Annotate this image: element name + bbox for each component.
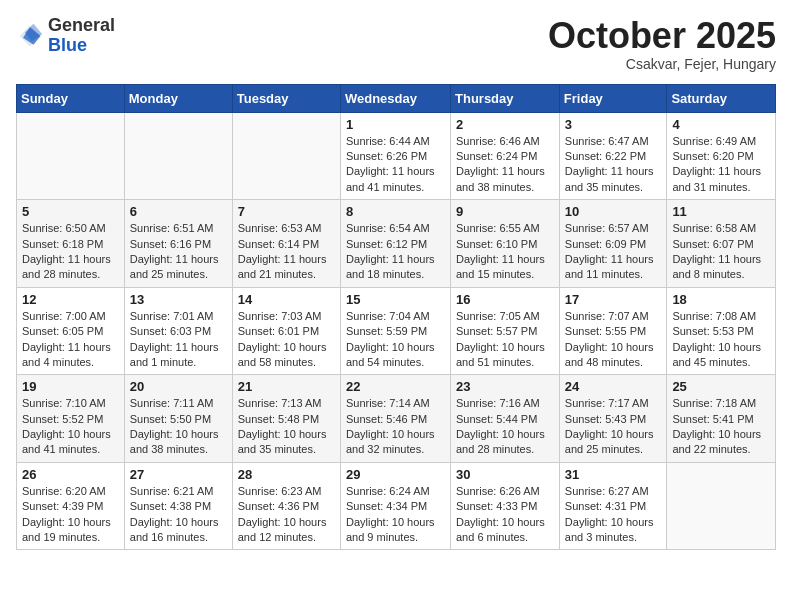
calendar-cell bbox=[232, 112, 340, 200]
calendar-cell: 22Sunrise: 7:14 AM Sunset: 5:46 PM Dayli… bbox=[340, 375, 450, 463]
day-number: 24 bbox=[565, 379, 662, 394]
day-info: Sunrise: 6:27 AM Sunset: 4:31 PM Dayligh… bbox=[565, 484, 662, 546]
day-info: Sunrise: 6:53 AM Sunset: 6:14 PM Dayligh… bbox=[238, 221, 335, 283]
calendar-cell: 17Sunrise: 7:07 AM Sunset: 5:55 PM Dayli… bbox=[559, 287, 667, 375]
day-info: Sunrise: 6:47 AM Sunset: 6:22 PM Dayligh… bbox=[565, 134, 662, 196]
day-info: Sunrise: 7:17 AM Sunset: 5:43 PM Dayligh… bbox=[565, 396, 662, 458]
calendar-cell: 29Sunrise: 6:24 AM Sunset: 4:34 PM Dayli… bbox=[340, 462, 450, 550]
day-info: Sunrise: 6:26 AM Sunset: 4:33 PM Dayligh… bbox=[456, 484, 554, 546]
weekday-header-thursday: Thursday bbox=[451, 84, 560, 112]
calendar-table: SundayMondayTuesdayWednesdayThursdayFrid… bbox=[16, 84, 776, 551]
day-info: Sunrise: 7:04 AM Sunset: 5:59 PM Dayligh… bbox=[346, 309, 445, 371]
logo: General Blue bbox=[16, 16, 115, 56]
day-info: Sunrise: 6:46 AM Sunset: 6:24 PM Dayligh… bbox=[456, 134, 554, 196]
weekday-header-tuesday: Tuesday bbox=[232, 84, 340, 112]
day-number: 28 bbox=[238, 467, 335, 482]
day-number: 6 bbox=[130, 204, 227, 219]
calendar-cell: 26Sunrise: 6:20 AM Sunset: 4:39 PM Dayli… bbox=[17, 462, 125, 550]
page-header: General Blue October 2025 Csakvar, Fejer… bbox=[16, 16, 776, 72]
day-number: 5 bbox=[22, 204, 119, 219]
calendar-cell bbox=[124, 112, 232, 200]
logo-icon bbox=[16, 22, 44, 50]
day-number: 20 bbox=[130, 379, 227, 394]
calendar-cell: 8Sunrise: 6:54 AM Sunset: 6:12 PM Daylig… bbox=[340, 200, 450, 288]
day-info: Sunrise: 7:05 AM Sunset: 5:57 PM Dayligh… bbox=[456, 309, 554, 371]
day-info: Sunrise: 7:08 AM Sunset: 5:53 PM Dayligh… bbox=[672, 309, 770, 371]
month-title: October 2025 bbox=[548, 16, 776, 56]
calendar-cell: 5Sunrise: 6:50 AM Sunset: 6:18 PM Daylig… bbox=[17, 200, 125, 288]
title-block: October 2025 Csakvar, Fejer, Hungary bbox=[548, 16, 776, 72]
weekday-header-sunday: Sunday bbox=[17, 84, 125, 112]
calendar-cell: 11Sunrise: 6:58 AM Sunset: 6:07 PM Dayli… bbox=[667, 200, 776, 288]
day-number: 7 bbox=[238, 204, 335, 219]
day-info: Sunrise: 6:23 AM Sunset: 4:36 PM Dayligh… bbox=[238, 484, 335, 546]
day-info: Sunrise: 6:20 AM Sunset: 4:39 PM Dayligh… bbox=[22, 484, 119, 546]
day-info: Sunrise: 6:51 AM Sunset: 6:16 PM Dayligh… bbox=[130, 221, 227, 283]
day-number: 11 bbox=[672, 204, 770, 219]
day-number: 17 bbox=[565, 292, 662, 307]
day-info: Sunrise: 6:58 AM Sunset: 6:07 PM Dayligh… bbox=[672, 221, 770, 283]
calendar-cell: 6Sunrise: 6:51 AM Sunset: 6:16 PM Daylig… bbox=[124, 200, 232, 288]
calendar-cell: 15Sunrise: 7:04 AM Sunset: 5:59 PM Dayli… bbox=[340, 287, 450, 375]
day-number: 8 bbox=[346, 204, 445, 219]
day-info: Sunrise: 7:18 AM Sunset: 5:41 PM Dayligh… bbox=[672, 396, 770, 458]
calendar-cell: 25Sunrise: 7:18 AM Sunset: 5:41 PM Dayli… bbox=[667, 375, 776, 463]
calendar-cell: 28Sunrise: 6:23 AM Sunset: 4:36 PM Dayli… bbox=[232, 462, 340, 550]
calendar-cell: 16Sunrise: 7:05 AM Sunset: 5:57 PM Dayli… bbox=[451, 287, 560, 375]
day-number: 22 bbox=[346, 379, 445, 394]
logo-blue: Blue bbox=[48, 35, 87, 55]
location: Csakvar, Fejer, Hungary bbox=[548, 56, 776, 72]
day-number: 13 bbox=[130, 292, 227, 307]
day-info: Sunrise: 6:54 AM Sunset: 6:12 PM Dayligh… bbox=[346, 221, 445, 283]
day-number: 27 bbox=[130, 467, 227, 482]
calendar-cell bbox=[17, 112, 125, 200]
day-number: 30 bbox=[456, 467, 554, 482]
day-info: Sunrise: 6:49 AM Sunset: 6:20 PM Dayligh… bbox=[672, 134, 770, 196]
day-info: Sunrise: 7:10 AM Sunset: 5:52 PM Dayligh… bbox=[22, 396, 119, 458]
day-number: 23 bbox=[456, 379, 554, 394]
calendar-cell: 1Sunrise: 6:44 AM Sunset: 6:26 PM Daylig… bbox=[340, 112, 450, 200]
day-info: Sunrise: 7:13 AM Sunset: 5:48 PM Dayligh… bbox=[238, 396, 335, 458]
day-info: Sunrise: 7:00 AM Sunset: 6:05 PM Dayligh… bbox=[22, 309, 119, 371]
day-info: Sunrise: 6:57 AM Sunset: 6:09 PM Dayligh… bbox=[565, 221, 662, 283]
calendar-cell: 21Sunrise: 7:13 AM Sunset: 5:48 PM Dayli… bbox=[232, 375, 340, 463]
calendar-cell bbox=[667, 462, 776, 550]
calendar-week-5: 26Sunrise: 6:20 AM Sunset: 4:39 PM Dayli… bbox=[17, 462, 776, 550]
calendar-week-3: 12Sunrise: 7:00 AM Sunset: 6:05 PM Dayli… bbox=[17, 287, 776, 375]
calendar-week-2: 5Sunrise: 6:50 AM Sunset: 6:18 PM Daylig… bbox=[17, 200, 776, 288]
day-info: Sunrise: 6:44 AM Sunset: 6:26 PM Dayligh… bbox=[346, 134, 445, 196]
calendar-cell: 19Sunrise: 7:10 AM Sunset: 5:52 PM Dayli… bbox=[17, 375, 125, 463]
calendar-cell: 3Sunrise: 6:47 AM Sunset: 6:22 PM Daylig… bbox=[559, 112, 667, 200]
day-info: Sunrise: 6:55 AM Sunset: 6:10 PM Dayligh… bbox=[456, 221, 554, 283]
weekday-header-wednesday: Wednesday bbox=[340, 84, 450, 112]
day-number: 4 bbox=[672, 117, 770, 132]
calendar-cell: 23Sunrise: 7:16 AM Sunset: 5:44 PM Dayli… bbox=[451, 375, 560, 463]
day-number: 1 bbox=[346, 117, 445, 132]
calendar-cell: 9Sunrise: 6:55 AM Sunset: 6:10 PM Daylig… bbox=[451, 200, 560, 288]
calendar-cell: 30Sunrise: 6:26 AM Sunset: 4:33 PM Dayli… bbox=[451, 462, 560, 550]
calendar-cell: 31Sunrise: 6:27 AM Sunset: 4:31 PM Dayli… bbox=[559, 462, 667, 550]
day-number: 31 bbox=[565, 467, 662, 482]
weekday-header-friday: Friday bbox=[559, 84, 667, 112]
calendar-cell: 24Sunrise: 7:17 AM Sunset: 5:43 PM Dayli… bbox=[559, 375, 667, 463]
calendar-cell: 4Sunrise: 6:49 AM Sunset: 6:20 PM Daylig… bbox=[667, 112, 776, 200]
logo-text: General Blue bbox=[48, 16, 115, 56]
weekday-header-saturday: Saturday bbox=[667, 84, 776, 112]
calendar-cell: 10Sunrise: 6:57 AM Sunset: 6:09 PM Dayli… bbox=[559, 200, 667, 288]
day-number: 15 bbox=[346, 292, 445, 307]
calendar-cell: 13Sunrise: 7:01 AM Sunset: 6:03 PM Dayli… bbox=[124, 287, 232, 375]
weekday-header-monday: Monday bbox=[124, 84, 232, 112]
day-info: Sunrise: 7:11 AM Sunset: 5:50 PM Dayligh… bbox=[130, 396, 227, 458]
calendar-cell: 20Sunrise: 7:11 AM Sunset: 5:50 PM Dayli… bbox=[124, 375, 232, 463]
day-number: 14 bbox=[238, 292, 335, 307]
day-number: 26 bbox=[22, 467, 119, 482]
weekday-header-row: SundayMondayTuesdayWednesdayThursdayFrid… bbox=[17, 84, 776, 112]
calendar-week-4: 19Sunrise: 7:10 AM Sunset: 5:52 PM Dayli… bbox=[17, 375, 776, 463]
day-number: 29 bbox=[346, 467, 445, 482]
day-info: Sunrise: 6:50 AM Sunset: 6:18 PM Dayligh… bbox=[22, 221, 119, 283]
day-number: 2 bbox=[456, 117, 554, 132]
day-number: 16 bbox=[456, 292, 554, 307]
day-info: Sunrise: 6:24 AM Sunset: 4:34 PM Dayligh… bbox=[346, 484, 445, 546]
day-number: 18 bbox=[672, 292, 770, 307]
day-number: 3 bbox=[565, 117, 662, 132]
